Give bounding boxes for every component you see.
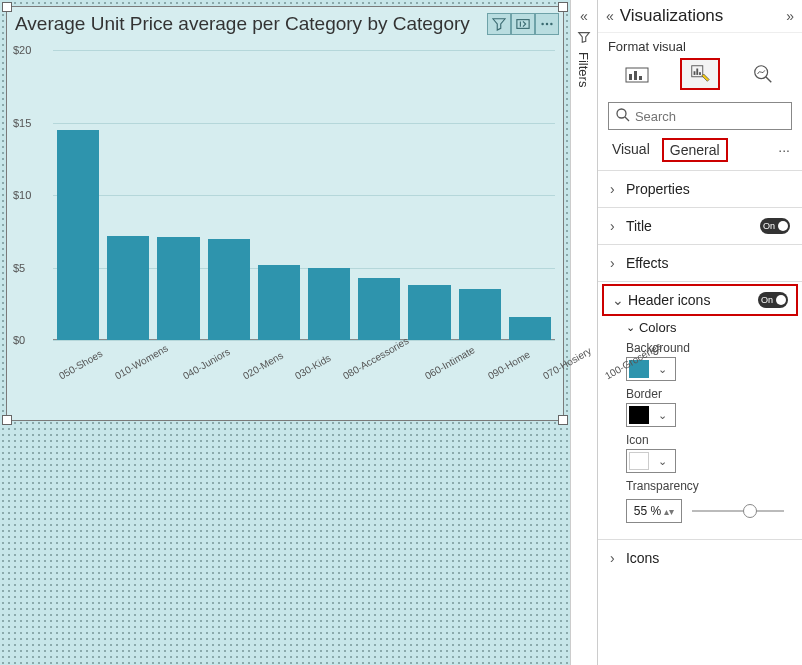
filters-pane-collapsed[interactable]: « Filters xyxy=(570,0,598,665)
chevron-right-icon: › xyxy=(610,181,622,197)
x-tick-label: 080-Accessories xyxy=(341,335,411,381)
bar[interactable] xyxy=(358,278,400,340)
border-color-picker[interactable]: ⌄ xyxy=(626,403,676,427)
resize-handle-br[interactable] xyxy=(558,415,568,425)
bar[interactable] xyxy=(208,239,250,341)
bar[interactable] xyxy=(308,268,350,341)
report-canvas[interactable]: Average Unit Price average per Category … xyxy=(0,0,570,665)
x-tick-label: 090-Home xyxy=(486,349,532,382)
svg-point-1 xyxy=(541,23,543,25)
tab-general[interactable]: General xyxy=(662,138,728,162)
group-properties[interactable]: › Properties xyxy=(598,173,802,205)
x-tick-label: 010-Womens xyxy=(113,342,170,381)
chevron-down-icon: ⌄ xyxy=(626,321,635,334)
visual-title: Average Unit Price average per Category … xyxy=(15,13,487,35)
bar[interactable] xyxy=(509,317,551,340)
chevron-down-icon: ⌄ xyxy=(651,455,675,468)
header-icons-toggle[interactable]: On xyxy=(758,292,788,308)
more-tabs-icon[interactable]: ··· xyxy=(778,142,790,158)
build-visual-button[interactable] xyxy=(617,58,657,90)
chevron-left-icon: « xyxy=(580,8,588,24)
y-tick-label: $0 xyxy=(13,334,25,346)
bar[interactable] xyxy=(107,236,149,340)
stepper-icon[interactable]: ▴▾ xyxy=(664,506,674,517)
x-tick-label: 050-Shoes xyxy=(57,348,104,382)
filter-pane-icon xyxy=(577,30,591,44)
transparency-input[interactable]: 55 % ▴▾ xyxy=(626,499,682,523)
group-effects[interactable]: › Effects xyxy=(598,247,802,279)
resize-handle-tr[interactable] xyxy=(558,2,568,12)
visualizations-pane: « Visualizations » Format visual Visual … xyxy=(598,0,802,665)
x-tick-label: 040-Juniors xyxy=(181,346,232,382)
svg-rect-0 xyxy=(517,20,529,29)
chevron-right-icon: › xyxy=(610,255,622,271)
focus-mode-icon[interactable] xyxy=(511,13,535,35)
group-title[interactable]: › Title On xyxy=(598,210,802,242)
resize-handle-bl[interactable] xyxy=(2,415,12,425)
resize-handle-tl[interactable] xyxy=(2,2,12,12)
tab-visual[interactable]: Visual xyxy=(610,139,652,161)
chevron-down-icon: ⌄ xyxy=(612,292,624,308)
svg-point-2 xyxy=(546,23,548,25)
filter-icon[interactable] xyxy=(487,13,511,35)
bar[interactable] xyxy=(459,289,501,340)
pane-title: Visualizations xyxy=(620,6,787,26)
group-header-icons[interactable]: ⌄ Header icons On xyxy=(602,284,798,316)
bar[interactable] xyxy=(258,265,300,340)
title-toggle[interactable]: On xyxy=(760,218,790,234)
x-tick-label: 060-Intimate xyxy=(423,344,477,381)
transparency-label: Transparency xyxy=(626,479,784,493)
more-options-icon[interactable] xyxy=(535,13,559,35)
search-input[interactable] xyxy=(608,102,792,130)
svg-rect-5 xyxy=(629,74,632,80)
x-tick-label: 030-Kids xyxy=(293,352,333,381)
svg-rect-6 xyxy=(634,71,637,80)
svg-rect-10 xyxy=(696,69,698,75)
border-label: Border xyxy=(626,387,784,401)
filters-label: Filters xyxy=(576,52,591,87)
chevron-right-icon: › xyxy=(610,218,622,234)
y-tick-label: $5 xyxy=(13,262,25,274)
bar[interactable] xyxy=(157,237,199,340)
analytics-button[interactable] xyxy=(743,58,783,90)
bar-chart: $0$5$10$15$20 050-Shoes010-Womens040-Jun… xyxy=(53,45,555,375)
bar[interactable] xyxy=(57,130,99,340)
visual-container[interactable]: Average Unit Price average per Category … xyxy=(6,6,564,421)
search-icon xyxy=(615,107,631,123)
svg-point-3 xyxy=(550,23,552,25)
y-tick-label: $20 xyxy=(13,44,31,56)
svg-rect-11 xyxy=(699,72,701,75)
chevron-down-icon: ⌄ xyxy=(651,363,675,376)
subgroup-colors[interactable]: ⌄ Colors xyxy=(626,320,784,335)
search-field[interactable] xyxy=(608,102,792,130)
icon-color-picker[interactable]: ⌄ xyxy=(626,449,676,473)
transparency-slider[interactable] xyxy=(692,501,784,521)
chevron-down-icon: ⌄ xyxy=(651,409,675,422)
icon-label: Icon xyxy=(626,433,784,447)
y-tick-label: $15 xyxy=(13,117,31,129)
x-tick-label: 020-Mens xyxy=(241,350,285,382)
group-icons[interactable]: › Icons xyxy=(598,542,802,574)
svg-rect-7 xyxy=(639,76,642,80)
chevron-left-icon[interactable]: « xyxy=(606,8,614,24)
svg-rect-9 xyxy=(694,71,696,75)
y-tick-label: $10 xyxy=(13,189,31,201)
bar[interactable] xyxy=(408,285,450,340)
chevron-right-icon: › xyxy=(610,550,622,566)
chevron-right-icon[interactable]: » xyxy=(786,8,794,24)
pane-subtitle: Format visual xyxy=(598,33,802,56)
format-visual-button[interactable] xyxy=(680,58,720,90)
svg-point-13 xyxy=(617,109,626,118)
